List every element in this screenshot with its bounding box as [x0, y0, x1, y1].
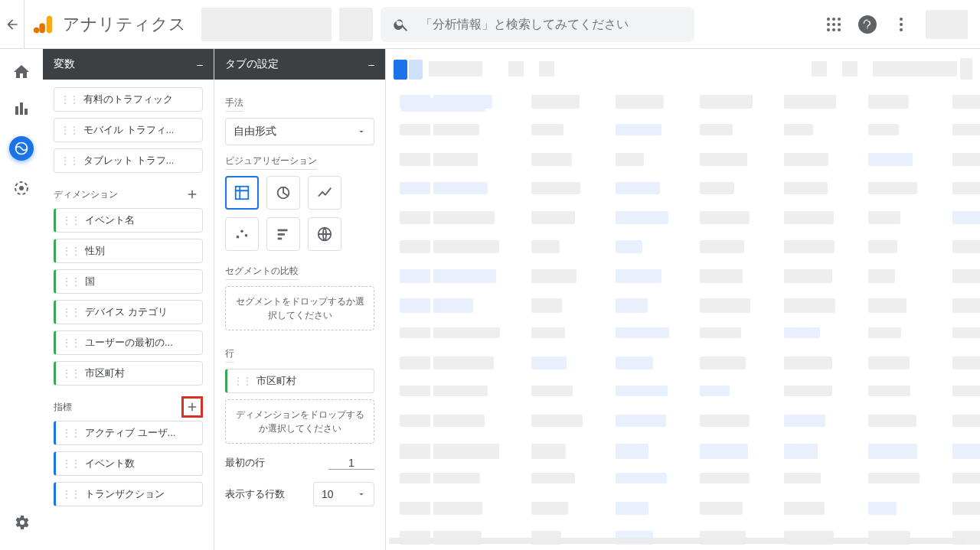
segment-chip[interactable]: ⋮⋮有料のトラフィック — [54, 87, 203, 112]
technique-label: 手法 — [225, 96, 243, 112]
blurred-region — [201, 8, 332, 41]
row-drop-zone[interactable]: ディメンションをドロップするか選択してください — [225, 399, 374, 444]
blurred-region — [339, 8, 373, 41]
show-rows-select[interactable]: 10 — [313, 482, 374, 506]
more-icon[interactable] — [892, 15, 910, 34]
viz-line-icon[interactable] — [308, 176, 341, 210]
show-rows-label: 表示する行数 — [225, 487, 285, 501]
dimension-chip[interactable]: ⋮⋮イベント名 — [54, 208, 203, 233]
chevron-down-icon — [357, 490, 366, 499]
svg-point-11 — [838, 28, 841, 31]
nav-home-icon[interactable] — [12, 63, 31, 81]
svg-point-7 — [832, 23, 835, 26]
first-row-label: 最初の行 — [225, 456, 265, 470]
drag-grip-icon: ⋮⋮ — [62, 307, 80, 317]
metric-chip[interactable]: ⋮⋮トランザクション — [54, 482, 203, 506]
report-canvas: // generate mosaic grid of blurred block… — [386, 49, 980, 550]
metric-chip[interactable]: ⋮⋮イベント数 — [54, 451, 203, 476]
technique-select[interactable]: 自由形式 — [225, 118, 374, 145]
drag-grip-icon: ⋮⋮ — [62, 458, 80, 469]
viz-bar-icon[interactable] — [266, 217, 300, 251]
svg-point-12 — [900, 18, 903, 21]
nav-advertising-icon[interactable] — [12, 179, 31, 197]
viz-scatter-icon[interactable] — [225, 217, 259, 251]
svg-point-20 — [237, 236, 240, 239]
nav-reports-icon[interactable] — [12, 99, 31, 118]
viz-geo-icon[interactable] — [308, 217, 341, 251]
svg-point-5 — [838, 18, 841, 21]
dimensions-label: ディメンション — [54, 181, 203, 208]
variables-header: 変数 – — [43, 49, 214, 80]
drag-grip-icon: ⋮⋮ — [62, 489, 80, 500]
apps-icon[interactable] — [825, 15, 843, 34]
dimension-chip[interactable]: ⋮⋮デバイス カテゴリ — [54, 300, 203, 324]
chevron-down-icon — [357, 127, 366, 136]
svg-point-14 — [900, 28, 903, 31]
segment-chip[interactable]: ⋮⋮タブレット トラフ... — [54, 148, 203, 173]
drag-grip-icon: ⋮⋮ — [234, 376, 252, 386]
back-button[interactable] — [0, 0, 24, 49]
variables-title: 変数 — [54, 57, 75, 71]
drag-grip-icon: ⋮⋮ — [62, 276, 80, 287]
tabset-title: タブの設定 — [225, 57, 279, 71]
svg-point-10 — [832, 28, 835, 31]
svg-point-6 — [827, 23, 830, 26]
svg-rect-24 — [278, 233, 285, 236]
svg-point-9 — [827, 28, 830, 31]
svg-rect-18 — [236, 187, 249, 200]
viz-table-icon[interactable] — [225, 176, 259, 210]
metric-chip[interactable]: ⋮⋮アクティブ ユーザ... — [54, 421, 203, 445]
collapse-tabset-icon[interactable]: – — [368, 58, 374, 70]
help-icon[interactable] — [858, 15, 877, 34]
ga-logo-icon — [32, 13, 55, 36]
viz-label: ビジュアリゼーション — [225, 155, 317, 170]
drag-grip-icon: ⋮⋮ — [60, 125, 79, 135]
svg-rect-0 — [47, 15, 53, 33]
viz-donut-icon[interactable] — [266, 176, 300, 210]
svg-point-21 — [240, 230, 243, 233]
segment-compare-label: セグメントの比較 — [225, 265, 299, 280]
blurred-region — [926, 10, 968, 39]
drag-grip-icon: ⋮⋮ — [60, 155, 79, 166]
svg-rect-23 — [278, 229, 288, 232]
tabset-header: タブの設定 – — [214, 49, 385, 80]
drag-grip-icon: ⋮⋮ — [62, 215, 80, 226]
drag-grip-icon: ⋮⋮ — [62, 246, 80, 256]
dimension-chip[interactable]: ⋮⋮ユーザーの最初の... — [54, 330, 203, 355]
drag-grip-icon: ⋮⋮ — [62, 337, 80, 348]
svg-rect-25 — [278, 238, 283, 240]
svg-point-2 — [34, 27, 40, 33]
svg-point-22 — [245, 234, 248, 237]
add-dimension-button[interactable] — [181, 184, 203, 205]
app-title: アナリティクス — [63, 13, 186, 36]
svg-point-17 — [20, 187, 23, 190]
svg-rect-1 — [39, 23, 45, 33]
dimension-chip[interactable]: ⋮⋮国 — [54, 269, 203, 294]
collapse-variables-icon[interactable]: – — [197, 58, 203, 70]
search-icon — [393, 16, 410, 33]
drag-grip-icon: ⋮⋮ — [62, 428, 80, 438]
search-box[interactable] — [381, 7, 694, 42]
svg-point-4 — [832, 18, 835, 21]
svg-point-8 — [838, 23, 841, 26]
drag-grip-icon: ⋮⋮ — [62, 368, 80, 379]
add-metric-button[interactable] — [181, 396, 203, 418]
first-row-input[interactable]: 1 — [328, 457, 374, 470]
rows-label: 行 — [225, 347, 234, 363]
svg-point-3 — [827, 18, 830, 21]
search-input[interactable] — [420, 18, 682, 31]
nav-explore-icon[interactable] — [9, 136, 34, 161]
svg-point-13 — [900, 23, 903, 26]
row-dimension-chip[interactable]: ⋮⋮市区町村 — [225, 369, 374, 393]
drag-grip-icon: ⋮⋮ — [60, 94, 79, 105]
nav-admin-icon[interactable] — [12, 513, 31, 532]
dimension-chip[interactable]: ⋮⋮市区町村 — [54, 361, 203, 386]
segment-chip[interactable]: ⋮⋮モバイル トラフィ... — [54, 118, 203, 142]
dimension-chip[interactable]: ⋮⋮性別 — [54, 239, 203, 263]
segment-drop-zone[interactable]: セグメントをドロップするか選択してください — [225, 286, 374, 330]
metrics-label: 指標 — [54, 393, 203, 421]
